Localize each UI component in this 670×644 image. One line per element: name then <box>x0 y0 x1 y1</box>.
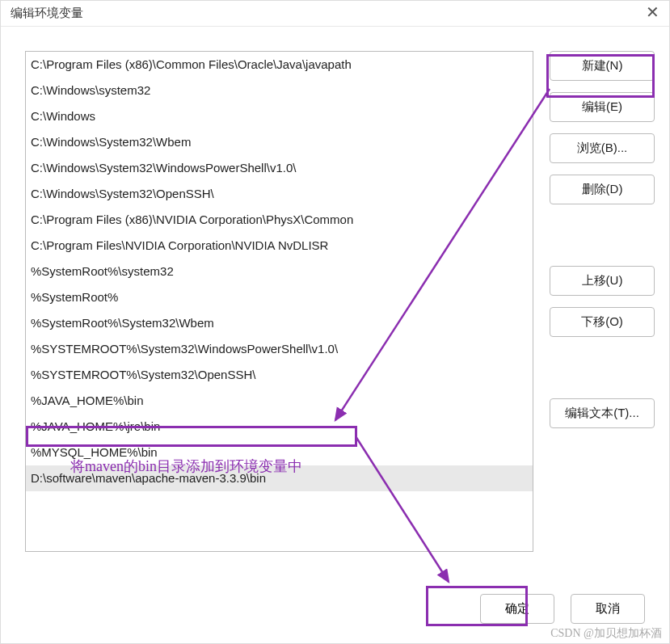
list-item[interactable]: %SystemRoot%\System32\Wbem <box>26 310 533 336</box>
button-column: 新建(N) 编辑(E) 浏览(B)... 删除(D) 上移(U) 下移(O) 编… <box>550 51 655 575</box>
dialog-window: 编辑环境变量 ✕ C:\Program Files (x86)\Common F… <box>0 0 670 644</box>
cancel-button[interactable]: 取消 <box>571 594 645 624</box>
delete-button[interactable]: 删除(D) <box>550 175 655 204</box>
list-item[interactable]: C:\Windows <box>26 103 533 129</box>
list-item[interactable]: %SYSTEMROOT%\System32\WindowsPowerShell\… <box>26 336 533 362</box>
list-item[interactable]: C:\Windows\System32\Wbem <box>26 129 533 155</box>
ok-button[interactable]: 确定 <box>480 594 554 624</box>
close-icon[interactable]: ✕ <box>645 6 659 21</box>
list-item[interactable]: %JAVA_HOME%\bin <box>26 388 533 414</box>
list-item[interactable]: %JAVA_HOME%\jre\bin <box>26 414 533 440</box>
new-button[interactable]: 新建(N) <box>550 51 655 81</box>
list-item[interactable]: C:\Windows\System32\OpenSSH\ <box>26 181 533 207</box>
window-title: 编辑环境变量 <box>11 6 83 21</box>
list-item[interactable]: %SYSTEMROOT%\System32\OpenSSH\ <box>26 362 533 388</box>
annotation-text: 将maven的bin目录添加到环境变量中 <box>70 457 302 476</box>
list-item[interactable]: C:\Windows\System32\WindowsPowerShell\v1… <box>26 155 533 181</box>
list-item[interactable]: C:\Program Files (x86)\NVIDIA Corporatio… <box>26 207 533 233</box>
watermark: CSDN @加贝想加杯酒 <box>550 626 662 641</box>
list-item[interactable]: C:\Windows\system32 <box>26 78 533 103</box>
edit-button[interactable]: 编辑(E) <box>550 92 655 122</box>
move-up-button[interactable]: 上移(U) <box>550 266 655 296</box>
edit-text-button[interactable]: 编辑文本(T)... <box>550 398 655 428</box>
list-item[interactable]: %SystemRoot%\system32 <box>26 259 533 284</box>
browse-button[interactable]: 浏览(B)... <box>550 133 655 163</box>
move-down-button[interactable]: 下移(O) <box>550 307 655 337</box>
content-area: C:\Program Files (x86)\Common Files\Orac… <box>1 27 669 583</box>
title-bar: 编辑环境变量 ✕ <box>1 1 669 27</box>
list-item[interactable]: C:\Program Files (x86)\Common Files\Orac… <box>26 52 533 78</box>
list-item[interactable]: C:\Program Files\NVIDIA Corporation\NVID… <box>26 233 533 259</box>
list-item[interactable]: %SystemRoot% <box>26 284 533 310</box>
path-list[interactable]: C:\Program Files (x86)\Common Files\Orac… <box>25 51 533 552</box>
